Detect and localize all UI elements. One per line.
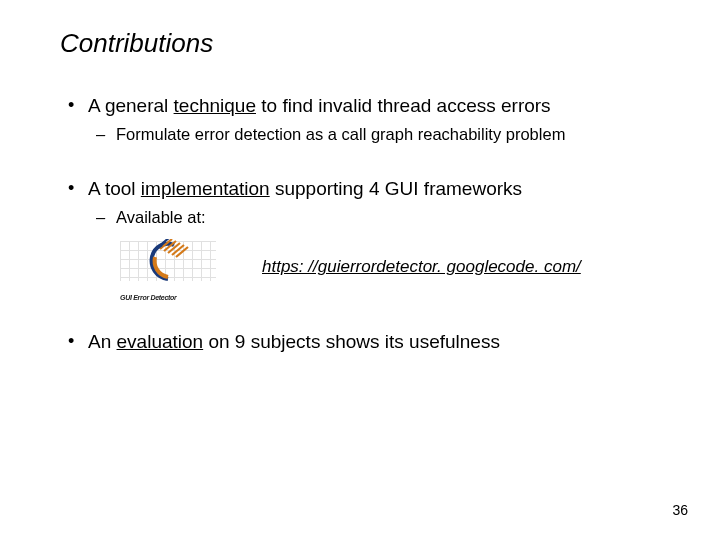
logo-caption: GUI Error Detector: [120, 294, 176, 301]
bullet-group-1: A general technique to find invalid thre…: [60, 95, 670, 144]
bullet-2: A tool implementation supporting 4 GUI f…: [60, 178, 670, 200]
bullet-list: A general technique to find invalid thre…: [60, 95, 670, 353]
sub-bullet-1: Formulate error detection as a call grap…: [60, 125, 670, 144]
sub-bullet-2: Available at:: [60, 208, 670, 227]
bullet-3-underlined: evaluation: [117, 331, 204, 352]
bullet-group-3: An evaluation on 9 subjects shows its us…: [60, 331, 670, 353]
bullet-1-prefix: A general: [88, 95, 174, 116]
project-link[interactable]: https: //guierrordetector. googlecode. c…: [262, 257, 581, 277]
bullet-1-underlined: technique: [174, 95, 256, 116]
bullet-2-underlined: implementation: [141, 178, 270, 199]
bullet-3-prefix: An: [88, 331, 117, 352]
logo-link-row: GUI Error Detector https: //guierrordete…: [60, 237, 670, 297]
bullet-2-prefix: A tool: [88, 178, 141, 199]
bullet-1-suffix: to find invalid thread access errors: [256, 95, 551, 116]
page-number: 36: [672, 502, 688, 518]
bullet-group-2: A tool implementation supporting 4 GUI f…: [60, 178, 670, 297]
gui-error-detector-logo: GUI Error Detector: [116, 237, 220, 297]
bullet-3-suffix: on 9 subjects shows its usefulness: [203, 331, 500, 352]
bullet-3: An evaluation on 9 subjects shows its us…: [60, 331, 670, 353]
slide-title: Contributions: [60, 28, 670, 59]
logo-swirl-icon: [146, 239, 190, 281]
bullet-2-suffix: supporting 4 GUI frameworks: [270, 178, 522, 199]
bullet-1: A general technique to find invalid thre…: [60, 95, 670, 117]
